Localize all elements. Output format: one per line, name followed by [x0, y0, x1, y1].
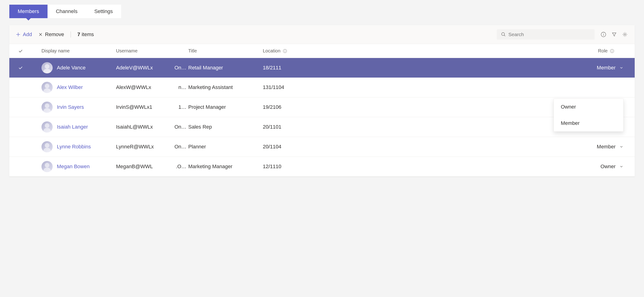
location-value: 20/1101 [263, 124, 338, 130]
role-selector[interactable]: Member [338, 65, 628, 71]
username-value: MeganB@WWL [116, 164, 170, 170]
col-role-label: Role [598, 48, 608, 54]
svg-point-3 [624, 34, 626, 35]
location-value: 12/1110 [263, 164, 338, 170]
avatar [42, 161, 53, 172]
display-name-link[interactable]: Lynne Robbins [57, 144, 91, 150]
items-count-label: items [82, 32, 94, 37]
username-extra: .O… [170, 164, 188, 170]
info-icon[interactable] [283, 49, 287, 53]
select-all-checkbox[interactable] [16, 48, 25, 54]
plus-icon [16, 32, 20, 37]
row-checkbox[interactable] [16, 65, 25, 70]
title-value: Marketing Assistant [188, 84, 263, 90]
role-value: Member [597, 65, 616, 71]
chevron-down-icon [619, 66, 624, 70]
col-location[interactable]: Location [263, 48, 338, 54]
title-value: Marketing Manager [188, 164, 263, 170]
remove-label: Remove [45, 32, 64, 38]
display-name-link[interactable]: Alex Wilber [57, 84, 83, 90]
display-name-link[interactable]: Isaiah Langer [57, 124, 88, 130]
avatar [42, 62, 53, 74]
role-option-member[interactable]: Member [554, 115, 623, 132]
gear-icon[interactable] [622, 31, 628, 38]
info-icon[interactable] [610, 49, 614, 53]
username-extra: On… [170, 124, 188, 130]
tabs: Members Channels Settings [9, 5, 635, 18]
display-name-link[interactable]: Irvin Sayers [57, 104, 84, 110]
title-value: Planner [188, 144, 263, 150]
members-panel: Add Remove 7 items [9, 25, 635, 176]
tab-channels[interactable]: Channels [48, 5, 86, 18]
svg-point-5 [285, 50, 285, 50]
items-count-number: 7 [77, 32, 80, 37]
table-row[interactable]: Adele Vance AdeleV@WWLx On… Retail Manag… [9, 58, 635, 78]
username-extra: On… [170, 144, 188, 150]
location-value: 19/2106 [263, 104, 338, 110]
username-value: LynneR@WWLx [116, 144, 170, 150]
avatar [42, 82, 53, 93]
col-role[interactable]: Role [338, 48, 628, 54]
table-row[interactable]: Megan Bowen MeganB@WWL .O… Marketing Man… [9, 157, 635, 176]
role-dropdown: Owner Member [554, 98, 624, 132]
tab-settings[interactable]: Settings [86, 5, 122, 18]
search-box[interactable] [497, 29, 594, 40]
display-name-link[interactable]: Megan Bowen [57, 164, 90, 170]
location-value: 20/1104 [263, 144, 338, 150]
toolbar-divider [70, 32, 71, 38]
username-extra: n… [170, 84, 188, 90]
col-display-name[interactable]: Display name [42, 48, 116, 54]
location-value: 18/2111 [263, 65, 338, 71]
remove-button[interactable]: Remove [38, 32, 64, 38]
role-value: Owner [600, 164, 616, 170]
role-selector[interactable]: Owner [338, 164, 628, 170]
avatar [42, 121, 53, 132]
col-title[interactable]: Title [188, 48, 263, 54]
title-value: Retail Manager [188, 65, 263, 71]
username-extra: On… [170, 65, 188, 71]
title-value: Project Manager [188, 104, 263, 110]
col-location-label: Location [263, 48, 280, 54]
toolbar: Add Remove 7 items [9, 25, 635, 44]
avatar [42, 141, 53, 152]
x-icon [38, 32, 43, 36]
username-value: AlexW@WWLx [116, 84, 170, 90]
chevron-down-icon [619, 164, 624, 169]
location-value: 131/1104 [263, 84, 338, 90]
members-grid: Display name Username Title Location Rol… [9, 44, 635, 176]
svg-point-7 [612, 50, 612, 50]
table-row[interactable]: Alex Wilber AlexW@WWLx n… Marketing Assi… [9, 78, 635, 97]
filter-icon[interactable] [611, 31, 618, 38]
add-button[interactable]: Add [16, 32, 32, 38]
role-selector[interactable]: Member [338, 144, 628, 150]
svg-point-0 [502, 32, 505, 36]
username-value: AdeleV@WWLx [116, 65, 170, 71]
add-label: Add [23, 32, 32, 38]
role-option-owner[interactable]: Owner [554, 99, 623, 115]
role-value: Member [597, 144, 616, 150]
username-value: IsaiahL@WWLx [116, 124, 170, 130]
grid-header: Display name Username Title Location Rol… [9, 44, 635, 58]
svg-point-2 [603, 33, 604, 34]
table-row[interactable]: Isaiah Langer IsaiahL@WWLx On… Sales Rep… [9, 117, 635, 137]
search-input[interactable] [508, 32, 590, 37]
items-count: 7 items [77, 32, 94, 38]
table-row[interactable]: Lynne Robbins LynneR@WWLx On… Planner 20… [9, 137, 635, 157]
search-icon [501, 32, 506, 37]
col-username[interactable]: Username [116, 48, 170, 54]
title-value: Sales Rep [188, 124, 263, 130]
tab-members[interactable]: Members [9, 5, 48, 18]
username-extra: 1… [170, 104, 188, 110]
table-row[interactable]: Irvin Sayers IrvinS@WWLx1 1… Project Man… [9, 97, 635, 117]
chevron-down-icon [619, 145, 624, 149]
avatar [42, 102, 53, 113]
username-value: IrvinS@WWLx1 [116, 104, 170, 110]
display-name-link[interactable]: Adele Vance [57, 65, 86, 71]
info-icon[interactable] [600, 31, 607, 38]
